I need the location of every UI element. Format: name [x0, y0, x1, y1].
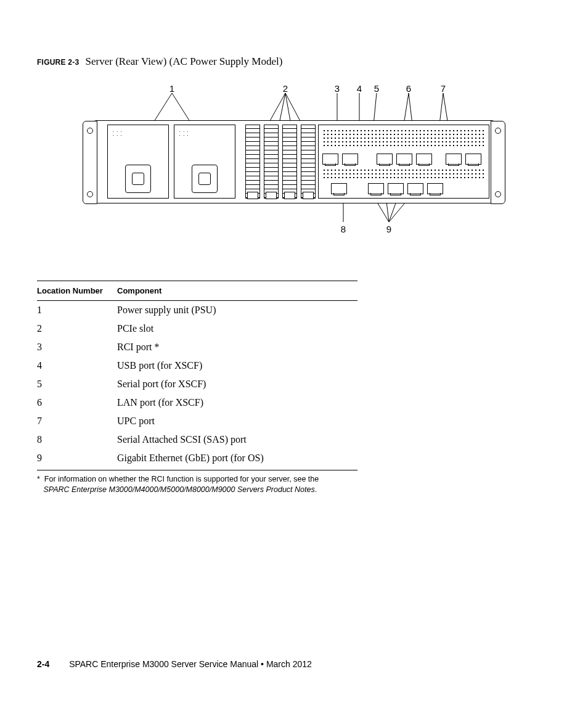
footnote-line1: For information on whether the RCI funct… — [44, 475, 319, 483]
rack-ear-left — [83, 121, 97, 204]
pcie-slot-1 — [264, 125, 279, 199]
table-row: 6LAN port (for XSCF) — [37, 393, 357, 412]
table-row: 7UPC port — [37, 412, 357, 430]
page-footer: 2-4 SPARC Enterprise M3000 Server Servic… — [37, 659, 312, 669]
callout-2: 2 — [283, 83, 288, 94]
component-table: Location Number Component 1Power supply … — [37, 281, 357, 470]
footnote-italic: SPARC Enterprise M3000/M4000/M5000/M8000… — [43, 485, 314, 494]
page-number: 2-4 — [37, 659, 67, 669]
table-row: 4USB port (for XSCF) — [37, 356, 357, 375]
callout-9: 9 — [386, 224, 391, 234]
callout-7: 7 — [441, 83, 446, 94]
pcie-slot-3 — [301, 125, 316, 199]
table-header-location: Location Number — [37, 281, 117, 301]
table-row: 8Serial Attached SCSI (SAS) port — [37, 430, 357, 449]
callout-3: 3 — [335, 83, 340, 94]
callout-1: 1 — [169, 83, 174, 94]
footer-text: SPARC Enterprise M3000 Server Service Ma… — [69, 659, 312, 669]
callout-6: 6 — [406, 83, 411, 94]
io-bay — [318, 125, 489, 199]
psu-1: • • •• • • — [174, 125, 235, 199]
table-body: 1Power supply unit (PSU) 2PCIe slot 3RCI… — [37, 301, 357, 470]
table-header-component: Component — [117, 281, 357, 301]
psu-0: • • •• • • — [107, 125, 169, 199]
table-footnote: * For information on whether the RCI fun… — [37, 474, 382, 495]
callout-4: 4 — [357, 83, 362, 94]
server-chassis: • • •• • • • • •• • • — [91, 120, 497, 203]
callout-8: 8 — [341, 224, 346, 234]
figure-diagram: 1 2 3 4 5 6 7 8 9 — [91, 83, 497, 250]
table-row: 9Gigabit Ethernet (GbE) port (for OS) — [37, 449, 357, 470]
figure-caption: FIGURE 2-3 Server (Rear View) (AC Power … — [37, 55, 551, 68]
table-row: 3RCI port * — [37, 338, 357, 356]
table-row: 5Serial port (for XSCF) — [37, 375, 357, 393]
table-row: 1Power supply unit (PSU) — [37, 301, 357, 320]
footnote-marker: * — [37, 475, 40, 483]
figure-label: FIGURE 2-3 — [37, 58, 79, 67]
rack-ear-right — [491, 121, 505, 204]
pcie-slot-2 — [282, 125, 297, 199]
pcie-slot-0 — [245, 125, 260, 199]
table-row: 2PCIe slot — [37, 319, 357, 338]
figure-title: Server (Rear View) (AC Power Supply Mode… — [82, 55, 283, 67]
callout-5: 5 — [374, 83, 379, 94]
footnote-tail: . — [315, 485, 317, 494]
